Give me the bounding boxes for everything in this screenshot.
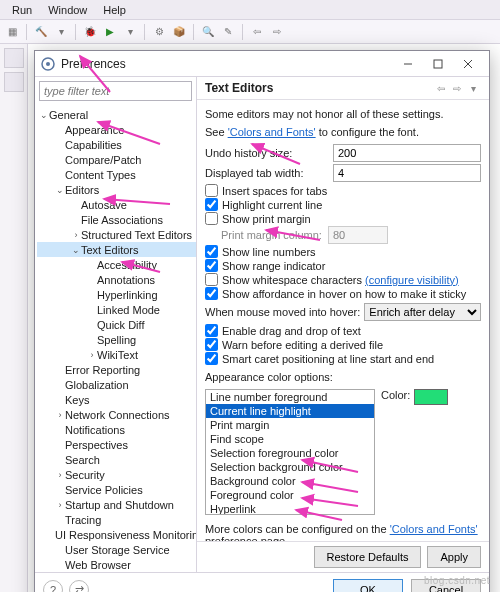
appearance-item[interactable]: Print margin bbox=[206, 418, 374, 432]
expand-icon[interactable]: ⌄ bbox=[39, 110, 49, 120]
toolbar-icon[interactable]: ⚙ bbox=[151, 24, 167, 40]
restore-defaults-button[interactable]: Restore Defaults bbox=[314, 546, 422, 568]
close-button[interactable] bbox=[453, 54, 483, 74]
filter-input[interactable] bbox=[39, 81, 192, 101]
expand-icon[interactable]: › bbox=[55, 470, 65, 480]
run-icon[interactable]: ▶ bbox=[102, 24, 118, 40]
expand-icon[interactable]: › bbox=[87, 350, 97, 360]
tree-item[interactable]: ›WikiText bbox=[37, 347, 196, 362]
tree-item[interactable]: Linked Mode bbox=[37, 302, 196, 317]
whitespace-checkbox[interactable] bbox=[205, 273, 218, 286]
tree-item[interactable]: User Storage Service bbox=[37, 542, 196, 557]
ok-button[interactable]: OK bbox=[333, 579, 403, 592]
tree-item[interactable]: Web Browser bbox=[37, 557, 196, 572]
tree-item[interactable]: ›Structured Text Editors bbox=[37, 227, 196, 242]
tree-label: Perspectives bbox=[65, 439, 128, 451]
menu-run[interactable]: Run bbox=[4, 4, 40, 16]
appearance-item[interactable]: Hyperlink bbox=[206, 502, 374, 515]
tree-item[interactable]: ⌄General bbox=[37, 107, 196, 122]
appearance-item[interactable]: Selection foreground color bbox=[206, 446, 374, 460]
import-export-icon[interactable]: ⇄ bbox=[69, 580, 89, 592]
view-strip bbox=[0, 44, 28, 592]
toolbar-icon[interactable]: ▾ bbox=[53, 24, 69, 40]
toolbar-icon[interactable]: ✎ bbox=[220, 24, 236, 40]
warn-derived-checkbox[interactable] bbox=[205, 338, 218, 351]
menu-help[interactable]: Help bbox=[95, 4, 134, 16]
hover-select[interactable]: Enrich after delay bbox=[364, 303, 481, 321]
apply-button[interactable]: Apply bbox=[427, 546, 481, 568]
expand-icon[interactable]: › bbox=[71, 230, 81, 240]
toolbar-icon[interactable]: ⇨ bbox=[269, 24, 285, 40]
tree-item[interactable]: Tracing bbox=[37, 512, 196, 527]
toolbar-icon[interactable]: 🔍 bbox=[200, 24, 216, 40]
tree-item[interactable]: Appearance bbox=[37, 122, 196, 137]
expand-icon[interactable]: › bbox=[55, 500, 65, 510]
forward-icon[interactable]: ⇨ bbox=[449, 81, 465, 95]
tree-item[interactable]: File Associations bbox=[37, 212, 196, 227]
titlebar[interactable]: Preferences bbox=[35, 51, 489, 77]
appearance-list[interactable]: Line number foregroundCurrent line highl… bbox=[205, 389, 375, 515]
tree-item[interactable]: Capabilities bbox=[37, 137, 196, 152]
minimize-button[interactable] bbox=[393, 54, 423, 74]
colors-fonts-link-2[interactable]: 'Colors and Fonts' bbox=[390, 523, 478, 535]
view-icon[interactable] bbox=[4, 72, 24, 92]
tree-item[interactable]: ⌄Editors bbox=[37, 182, 196, 197]
appearance-item[interactable]: Foreground color bbox=[206, 488, 374, 502]
tree-item[interactable]: ›Startup and Shutdown bbox=[37, 497, 196, 512]
drag-checkbox[interactable] bbox=[205, 324, 218, 337]
colors-fonts-link[interactable]: 'Colors and Fonts' bbox=[228, 126, 316, 138]
affordance-checkbox[interactable] bbox=[205, 287, 218, 300]
tabwidth-input[interactable] bbox=[333, 164, 481, 182]
view-icon[interactable] bbox=[4, 48, 24, 68]
tree-item[interactable]: Globalization bbox=[37, 377, 196, 392]
tree-item[interactable]: Accessibility bbox=[37, 257, 196, 272]
help-icon[interactable]: ? bbox=[43, 580, 63, 592]
color-swatch[interactable] bbox=[414, 389, 448, 405]
tree-item[interactable]: Annotations bbox=[37, 272, 196, 287]
menu-window[interactable]: Window bbox=[40, 4, 95, 16]
tree-item[interactable]: Notifications bbox=[37, 422, 196, 437]
preference-tree[interactable]: ⌄GeneralAppearanceCapabilitiesCompare/Pa… bbox=[35, 105, 196, 572]
appearance-item[interactable]: Current line highlight bbox=[206, 404, 374, 418]
toolbar-icon[interactable]: ▦ bbox=[4, 24, 20, 40]
tree-item[interactable]: Hyperlinking bbox=[37, 287, 196, 302]
expand-icon[interactable]: ⌄ bbox=[55, 185, 65, 195]
tree-item[interactable]: ›Security bbox=[37, 467, 196, 482]
print-margin-checkbox[interactable] bbox=[205, 212, 218, 225]
appearance-item[interactable]: Find scope bbox=[206, 432, 374, 446]
maximize-button[interactable] bbox=[423, 54, 453, 74]
tree-label: Search bbox=[65, 454, 100, 466]
tree-item[interactable]: Service Policies bbox=[37, 482, 196, 497]
highlight-line-checkbox[interactable] bbox=[205, 198, 218, 211]
tree-item[interactable]: Quick Diff bbox=[37, 317, 196, 332]
tree-item[interactable]: Keys bbox=[37, 392, 196, 407]
tree-item[interactable]: ›Network Connections bbox=[37, 407, 196, 422]
toolbar-icon[interactable]: ⇦ bbox=[249, 24, 265, 40]
smart-caret-checkbox[interactable] bbox=[205, 352, 218, 365]
appearance-item[interactable]: Line number foreground bbox=[206, 390, 374, 404]
appearance-item[interactable]: Background color bbox=[206, 474, 374, 488]
appearance-item[interactable]: Selection background color bbox=[206, 460, 374, 474]
tree-item[interactable]: Spelling bbox=[37, 332, 196, 347]
toolbar-icon[interactable]: 🔨 bbox=[33, 24, 49, 40]
tree-item[interactable]: Perspectives bbox=[37, 437, 196, 452]
tree-item[interactable]: Error Reporting bbox=[37, 362, 196, 377]
toolbar-icon[interactable]: 🐞 bbox=[82, 24, 98, 40]
insert-spaces-checkbox[interactable] bbox=[205, 184, 218, 197]
tree-item[interactable]: UI Responsiveness Monitoring bbox=[37, 527, 196, 542]
undo-input[interactable] bbox=[333, 144, 481, 162]
line-numbers-checkbox[interactable] bbox=[205, 245, 218, 258]
tree-item[interactable]: Autosave bbox=[37, 197, 196, 212]
menu-icon[interactable]: ▾ bbox=[465, 81, 481, 95]
expand-icon[interactable]: ⌄ bbox=[71, 245, 81, 255]
tree-item[interactable]: ⌄Text Editors bbox=[37, 242, 196, 257]
toolbar-icon[interactable]: ▾ bbox=[122, 24, 138, 40]
expand-icon[interactable]: › bbox=[55, 410, 65, 420]
tree-item[interactable]: Content Types bbox=[37, 167, 196, 182]
range-checkbox[interactable] bbox=[205, 259, 218, 272]
toolbar-icon[interactable]: 📦 bbox=[171, 24, 187, 40]
configure-visibility-link[interactable]: (configure visibility) bbox=[365, 274, 459, 286]
tree-item[interactable]: Search bbox=[37, 452, 196, 467]
back-icon[interactable]: ⇦ bbox=[433, 81, 449, 95]
tree-item[interactable]: Compare/Patch bbox=[37, 152, 196, 167]
